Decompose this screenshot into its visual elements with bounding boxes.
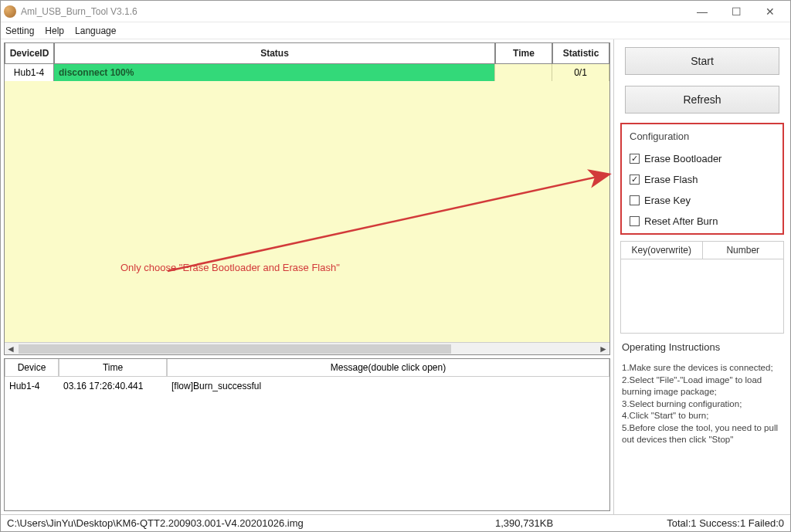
checkbox-erase-bootloader[interactable]: ✓ Erase Bootloader (630, 153, 775, 164)
status-file-size: 1,390,731KB (495, 517, 553, 529)
close-button[interactable]: ✕ (753, 1, 787, 22)
checkbox-icon: ✓ (630, 154, 640, 164)
menu-language[interactable]: Language (75, 25, 116, 36)
log-table: Device Time Message(double click open) H… (4, 358, 610, 511)
cell-deviceid: Hub1-4 (5, 64, 54, 81)
app-icon (4, 5, 16, 18)
cell-status: disconnect 100% (54, 64, 495, 81)
log-table-header: Device Time Message(double click open) (5, 359, 609, 377)
work-area: DeviceID Status Time Statistic Hub1-4 di… (1, 39, 790, 514)
checkbox-label: Reset After Burn (644, 215, 718, 227)
log-cell-time: 03.16 17:26:40.441 (59, 377, 167, 395)
refresh-button[interactable]: Refresh (625, 86, 779, 114)
cell-statistic: 0/1 (552, 64, 609, 81)
col-key: Key(overwrite) (621, 242, 703, 259)
title-bar: Aml_USB_Burn_Tool V3.1.6 — ☐ ✕ (1, 1, 790, 22)
col-deviceid: DeviceID (5, 43, 54, 64)
checkbox-icon: ✓ (630, 175, 640, 185)
scroll-thumb[interactable] (19, 344, 451, 354)
start-button[interactable]: Start (625, 47, 779, 75)
checkbox-reset-after-burn[interactable]: Reset After Burn (630, 215, 775, 227)
side-panel: Start Refresh Configuration ✓ Erase Boot… (614, 39, 790, 514)
status-bar: C:\Users\JinYu\Desktop\KM6-QTT2.200903.0… (1, 514, 790, 531)
device-table: DeviceID Status Time Statistic Hub1-4 di… (4, 42, 610, 355)
checkbox-icon (630, 216, 640, 226)
status-totals: Total:1 Success:1 Failed:0 (667, 517, 784, 529)
annotation-text: Only choose "Erase Bootloader and Erase … (121, 262, 340, 273)
instruction-line: 4.Click "Start" to burn; (622, 410, 783, 422)
key-number-header: Key(overwrite) Number (621, 242, 783, 259)
col-log-time: Time (59, 359, 167, 377)
col-number: Number (703, 242, 784, 259)
log-row[interactable]: Hub1-4 03.16 17:26:40.441 [flow]Burn_suc… (5, 377, 609, 395)
instruction-line: 5.Before close the tool, you need to pul… (622, 422, 783, 446)
log-table-body: Hub1-4 03.16 17:26:40.441 [flow]Burn_suc… (5, 377, 609, 510)
checkbox-icon (630, 195, 640, 205)
instruction-line: 2.Select "File"-"Load image" to load bur… (622, 374, 783, 398)
key-number-table: Key(overwrite) Number (620, 241, 784, 334)
maximize-button[interactable]: ☐ (719, 1, 753, 22)
minimize-button[interactable]: — (685, 1, 719, 22)
menu-setting[interactable]: Setting (5, 25, 34, 36)
main-panel: DeviceID Status Time Statistic Hub1-4 di… (1, 39, 614, 514)
col-status: Status (54, 43, 495, 64)
instruction-line: 1.Make sure the devices is connected; (622, 362, 783, 374)
checkbox-label: Erase Flash (644, 174, 698, 185)
configuration-group: Configuration ✓ Erase Bootloader ✓ Erase… (620, 123, 784, 235)
col-time: Time (495, 43, 552, 64)
log-cell-message: [flow]Burn_successful (167, 377, 609, 395)
table-row[interactable]: Hub1-4 disconnect 100% 0/1 (5, 64, 609, 81)
scroll-right-icon[interactable]: ► (597, 343, 609, 355)
cell-time (495, 64, 552, 81)
checkbox-label: Erase Key (644, 195, 691, 206)
menu-bar: Setting Help Language (1, 22, 790, 39)
col-log-device: Device (5, 359, 59, 377)
status-file-path: C:\Users\JinYu\Desktop\KM6-QTT2.200903.0… (7, 517, 304, 529)
scroll-left-icon[interactable]: ◄ (5, 343, 17, 355)
menu-help[interactable]: Help (45, 25, 64, 36)
horizontal-scrollbar[interactable]: ◄ ► (5, 342, 609, 354)
checkbox-erase-key[interactable]: Erase Key (630, 195, 775, 206)
device-table-header: DeviceID Status Time Statistic (5, 43, 609, 64)
col-statistic: Statistic (552, 43, 609, 64)
checkbox-erase-flash[interactable]: ✓ Erase Flash (630, 174, 775, 185)
col-log-message: Message(double click open) (167, 359, 609, 377)
window-title: Aml_USB_Burn_Tool V3.1.6 (21, 6, 685, 17)
instructions-body: 1.Make sure the devices is connected; 2.… (619, 357, 786, 446)
instructions-title: Operating Instructions (619, 338, 786, 353)
device-table-body: Hub1-4 disconnect 100% 0/1 Only choose "… (5, 64, 609, 342)
configuration-title: Configuration (630, 130, 775, 142)
checkbox-label: Erase Bootloader (644, 153, 721, 164)
window-controls: — ☐ ✕ (685, 1, 787, 22)
instruction-line: 3.Select burning configuration; (622, 398, 783, 411)
log-cell-device: Hub1-4 (5, 377, 59, 395)
